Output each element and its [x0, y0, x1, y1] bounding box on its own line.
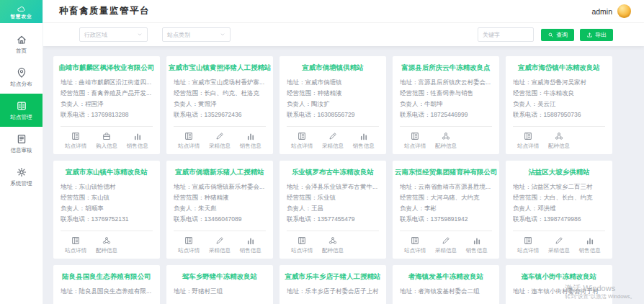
action-breeding[interactable]: 配种信息 — [544, 131, 575, 150]
action-breeding[interactable]: 配种信息 — [431, 131, 462, 150]
site-card-title: 者海镇发基牛冻精改良站 — [395, 272, 497, 282]
card-field: 负责人：牛朝坤 — [400, 99, 492, 109]
card-field: 负责人：胡顺率 — [61, 203, 153, 214]
site-card-title: 宣威市乐丰乡店子猪人工授精站 — [282, 272, 384, 282]
action-site-detail[interactable]: 站点详情 — [287, 236, 318, 254]
card-field: 地址：宣威市倘塘镇 — [287, 77, 379, 88]
card-field: 地址：乐丰乡店子村委会店子上村 — [287, 286, 379, 297]
card-field: 地址：富源县后所镇庆云村委会... — [400, 77, 492, 88]
site-card: 乐业镇罗布古牛冻精改良站 地址：会泽县乐业镇罗布古黄牛...经营范围：乐业镇负责… — [279, 161, 386, 259]
region-select-value: 行政区域 — [84, 31, 107, 39]
sidebar-item-map-pin[interactable]: 站点分布 — [0, 61, 43, 94]
site-card-title: 迤车镇小街牛冻精改良站 — [508, 272, 610, 282]
site-detail-icon — [71, 131, 81, 141]
sidebar-item-home[interactable]: 首页 — [0, 27, 43, 61]
site-card: 者海镇发基牛冻精改良站 地址：者海镇发基村委会二组 — [393, 265, 499, 304]
action-site-detail[interactable]: 站点详情 — [174, 131, 205, 150]
site-card-fields: 地址：陆良县国良生态养殖有限... — [61, 286, 153, 297]
filter-bar: 行政区域 站点类别 查询 导出 — [43, 23, 644, 46]
action-sales[interactable]: 销售信息 — [348, 131, 379, 150]
action-semen-collect[interactable]: 采精信息 — [318, 131, 349, 150]
export-button[interactable]: 导出 — [580, 29, 613, 41]
sales-icon — [359, 131, 369, 141]
site-card: 宣威市宝山镇黄照泽猪人工授精站 地址：宣威市宝山虎场村香炉寨...经营范围：长白… — [166, 56, 273, 154]
site-card-actions: 站点详情 采精信息 销售信息 — [174, 231, 266, 254]
action-site-detail[interactable]: 站点详情 — [400, 131, 431, 150]
card-field: 联系电话：13466047089 — [174, 214, 266, 225]
sidebar-item-site-manage[interactable]: 站点管理 — [0, 94, 43, 127]
breeding-icon — [441, 131, 451, 141]
user-menu[interactable]: admin — [591, 4, 631, 18]
card-field: 地址：会泽县乐业镇罗布古黄牛... — [287, 182, 379, 192]
card-field: 联系电话：13529672436 — [174, 109, 266, 120]
action-sales[interactable]: 销售信息 — [235, 236, 266, 254]
action-site-detail[interactable]: 站点详情 — [61, 236, 91, 254]
search-button[interactable]: 查询 — [541, 29, 574, 41]
sidebar: 智慧农业 首页 站点分布 站点管理 信息审核 系统管理 — [0, 0, 43, 304]
site-card-actions: 站点详情 购入信息 销售信息 — [61, 126, 153, 150]
action-semen-collect[interactable]: 采精信息 — [205, 236, 236, 254]
sales-icon — [246, 131, 256, 141]
card-field: 负责人：黄照泽 — [174, 99, 266, 109]
site-card: 沾益区大坡乡供精站 地址：沾益区大坡乡二百三村经营范围：大白、长白、约克负责人：… — [506, 161, 612, 259]
site-card-fields: 地址：会泽县乐业镇罗布古黄牛...经营范围：乐业镇负责人：王昌联系电话：1357… — [287, 182, 379, 225]
category-select[interactable]: 站点类别 — [162, 27, 231, 42]
action-site-detail[interactable]: 站点详情 — [513, 236, 544, 254]
card-field: 负责人：陶汝扩 — [287, 99, 379, 109]
site-card-actions: 站点详情 配种信息 — [400, 126, 492, 150]
card-field: 经营范围：东山镇 — [61, 192, 153, 203]
action-sales[interactable]: 销售信息 — [574, 236, 605, 254]
region-select[interactable]: 行政区域 — [79, 27, 148, 42]
card-field: 联系电话：13759891942 — [400, 214, 492, 225]
site-card: 宣威市东山镇牛冻精改良站 地址：东山镇恰德村经营范围：东山镇负责人：胡顺率联系电… — [53, 161, 160, 259]
action-sales[interactable]: 销售信息 — [122, 131, 153, 150]
sidebar-item-gear[interactable]: 系统管理 — [0, 160, 43, 193]
search-icon — [547, 32, 554, 38]
site-detail-icon — [71, 236, 81, 246]
card-field: 经营范围：牛冻精改良 — [513, 88, 605, 99]
site-card-title: 宣威市东山镇牛冻精改良站 — [55, 168, 158, 177]
site-manage-icon — [16, 100, 27, 112]
map-pin-icon — [16, 67, 27, 79]
card-field: 地址：迤车镇小街村委会街子村 — [513, 286, 605, 297]
action-breeding[interactable]: 配种信息 — [91, 236, 122, 254]
action-sales[interactable]: 销售信息 — [235, 131, 266, 150]
app-window: 智慧农业 首页 站点分布 站点管理 信息审核 系统管理 种畜禽质量监管平台 ad… — [0, 0, 644, 304]
action-site-detail[interactable]: 站点详情 — [287, 131, 318, 150]
action-semen-collect[interactable]: 采精信息 — [431, 236, 462, 254]
action-semen-collect[interactable]: 采精信息 — [205, 131, 236, 150]
action-sales[interactable]: 销售信息 — [461, 236, 492, 254]
brand-name: 智慧农业 — [11, 14, 32, 19]
semen-collect-icon — [441, 236, 451, 246]
card-field: 负责人：李彬 — [400, 203, 492, 214]
card-field: 联系电话：13769813288 — [61, 109, 153, 120]
site-card-fields: 地址：宣威市倘塘镇经营范围：种猪精液负责人：陶汝扩联系电话：1630855672… — [287, 77, 379, 120]
search-button-label: 查询 — [556, 31, 568, 39]
action-breeding[interactable]: 配种信息 — [318, 236, 349, 254]
sales-icon — [133, 131, 143, 141]
site-card: 宣威市倘塘新乐猪人工授精站 地址：宣威市倘塘镇新乐村委会...经营范围：种猪精液… — [166, 161, 273, 259]
card-field: 联系电话：15887950736 — [513, 109, 605, 120]
action-site-detail[interactable]: 站点详情 — [61, 131, 91, 150]
action-site-detail[interactable]: 站点详情 — [513, 131, 544, 150]
site-card: 云南东恒经贸集团猪育种有限公司 地址：云南省曲靖市富源县胜境...经营范围：大河… — [393, 161, 499, 259]
site-card-fields: 地址：宣威海岱鲁河吴家村经营范围：牛冻精改良负责人：吴云江联系电话：158879… — [513, 77, 605, 120]
card-field: 地址：曲靖市麒麟区沿江街道四... — [61, 77, 153, 88]
breeding-icon — [328, 236, 338, 246]
content-area: 曲靖市麒麟区枫泽牧业有限公司 地址：曲靖市麒麟区沿江街道四...经营范围：畜禽养… — [43, 46, 644, 304]
site-card-title: 云南东恒经贸集团猪育种有限公司 — [395, 168, 497, 177]
avatar[interactable] — [617, 4, 631, 18]
action-purchase[interactable]: 购入信息 — [91, 131, 122, 150]
username-label: admin — [591, 7, 612, 16]
site-card: 富源县后所庆云牛冻精改良点 地址：富源县后所镇庆云村委会...经营范围：牲畜饲养… — [393, 56, 499, 154]
keyword-input[interactable] — [478, 27, 534, 42]
action-site-detail[interactable]: 站点详情 — [400, 236, 431, 254]
site-card-fields: 地址：者海镇发基村委会二组 — [400, 286, 492, 297]
action-site-detail[interactable]: 站点详情 — [174, 236, 205, 254]
card-field: 负责人：程国泽 — [61, 99, 153, 109]
card-field: 经营范围：种猪精液 — [174, 192, 266, 203]
action-semen-collect[interactable]: 采精信息 — [544, 236, 575, 254]
card-field: 经营范围：大河乌猪、大约克 — [400, 192, 492, 203]
gear-icon — [16, 166, 27, 178]
sidebar-item-audit[interactable]: 信息审核 — [0, 127, 43, 160]
